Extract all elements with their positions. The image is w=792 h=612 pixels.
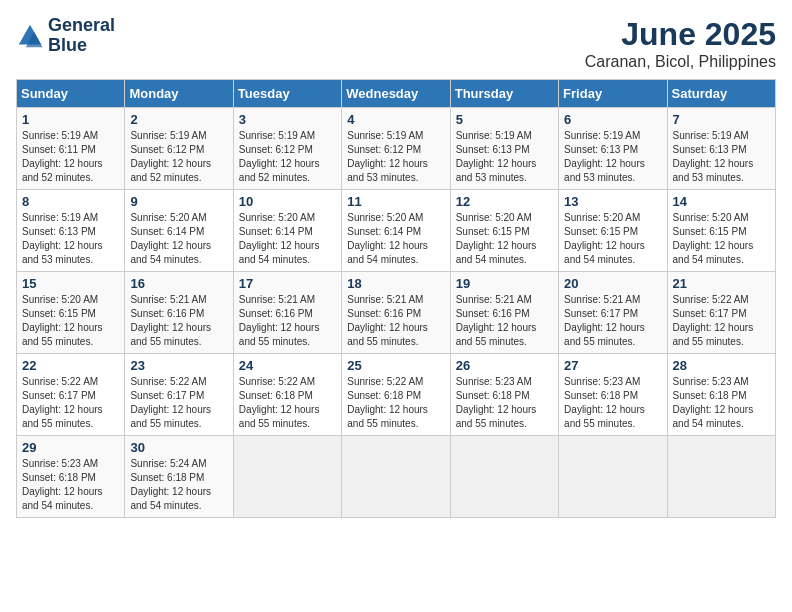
day-info: Sunrise: 5:23 AM Sunset: 6:18 PM Dayligh… (673, 375, 770, 431)
day-cell: 13Sunrise: 5:20 AM Sunset: 6:15 PM Dayli… (559, 190, 667, 272)
day-info: Sunrise: 5:19 AM Sunset: 6:12 PM Dayligh… (347, 129, 444, 185)
day-number: 29 (22, 440, 119, 455)
day-cell: 19Sunrise: 5:21 AM Sunset: 6:16 PM Dayli… (450, 272, 558, 354)
day-cell: 24Sunrise: 5:22 AM Sunset: 6:18 PM Dayli… (233, 354, 341, 436)
day-number: 23 (130, 358, 227, 373)
day-cell: 16Sunrise: 5:21 AM Sunset: 6:16 PM Dayli… (125, 272, 233, 354)
day-cell: 3Sunrise: 5:19 AM Sunset: 6:12 PM Daylig… (233, 108, 341, 190)
day-cell: 7Sunrise: 5:19 AM Sunset: 6:13 PM Daylig… (667, 108, 775, 190)
day-cell: 4Sunrise: 5:19 AM Sunset: 6:12 PM Daylig… (342, 108, 450, 190)
day-number: 7 (673, 112, 770, 127)
logo-icon (16, 22, 44, 50)
day-number: 25 (347, 358, 444, 373)
day-number: 8 (22, 194, 119, 209)
day-cell: 27Sunrise: 5:23 AM Sunset: 6:18 PM Dayli… (559, 354, 667, 436)
day-number: 28 (673, 358, 770, 373)
day-info: Sunrise: 5:23 AM Sunset: 6:18 PM Dayligh… (456, 375, 553, 431)
day-info: Sunrise: 5:20 AM Sunset: 6:15 PM Dayligh… (456, 211, 553, 267)
day-cell: 21Sunrise: 5:22 AM Sunset: 6:17 PM Dayli… (667, 272, 775, 354)
day-number: 10 (239, 194, 336, 209)
day-info: Sunrise: 5:20 AM Sunset: 6:15 PM Dayligh… (564, 211, 661, 267)
day-number: 24 (239, 358, 336, 373)
day-number: 3 (239, 112, 336, 127)
day-number: 20 (564, 276, 661, 291)
day-info: Sunrise: 5:23 AM Sunset: 6:18 PM Dayligh… (22, 457, 119, 513)
day-number: 30 (130, 440, 227, 455)
day-cell: 28Sunrise: 5:23 AM Sunset: 6:18 PM Dayli… (667, 354, 775, 436)
day-cell: 18Sunrise: 5:21 AM Sunset: 6:16 PM Dayli… (342, 272, 450, 354)
day-info: Sunrise: 5:22 AM Sunset: 6:17 PM Dayligh… (22, 375, 119, 431)
day-number: 21 (673, 276, 770, 291)
day-number: 14 (673, 194, 770, 209)
day-info: Sunrise: 5:20 AM Sunset: 6:14 PM Dayligh… (239, 211, 336, 267)
day-cell (342, 436, 450, 518)
day-cell (450, 436, 558, 518)
day-cell: 11Sunrise: 5:20 AM Sunset: 6:14 PM Dayli… (342, 190, 450, 272)
col-header-wednesday: Wednesday (342, 80, 450, 108)
day-cell (559, 436, 667, 518)
day-info: Sunrise: 5:21 AM Sunset: 6:16 PM Dayligh… (130, 293, 227, 349)
day-number: 26 (456, 358, 553, 373)
col-header-sunday: Sunday (17, 80, 125, 108)
logo-text: General Blue (48, 16, 115, 56)
day-cell: 23Sunrise: 5:22 AM Sunset: 6:17 PM Dayli… (125, 354, 233, 436)
day-info: Sunrise: 5:20 AM Sunset: 6:15 PM Dayligh… (673, 211, 770, 267)
day-cell: 5Sunrise: 5:19 AM Sunset: 6:13 PM Daylig… (450, 108, 558, 190)
day-number: 22 (22, 358, 119, 373)
day-cell: 17Sunrise: 5:21 AM Sunset: 6:16 PM Dayli… (233, 272, 341, 354)
day-cell: 2Sunrise: 5:19 AM Sunset: 6:12 PM Daylig… (125, 108, 233, 190)
day-info: Sunrise: 5:22 AM Sunset: 6:18 PM Dayligh… (347, 375, 444, 431)
day-info: Sunrise: 5:21 AM Sunset: 6:16 PM Dayligh… (347, 293, 444, 349)
day-info: Sunrise: 5:22 AM Sunset: 6:18 PM Dayligh… (239, 375, 336, 431)
day-number: 11 (347, 194, 444, 209)
location-title: Caranan, Bicol, Philippines (585, 53, 776, 71)
col-header-tuesday: Tuesday (233, 80, 341, 108)
week-row-3: 22Sunrise: 5:22 AM Sunset: 6:17 PM Dayli… (17, 354, 776, 436)
day-number: 1 (22, 112, 119, 127)
title-area: June 2025 Caranan, Bicol, Philippines (585, 16, 776, 71)
day-cell: 6Sunrise: 5:19 AM Sunset: 6:13 PM Daylig… (559, 108, 667, 190)
col-header-thursday: Thursday (450, 80, 558, 108)
day-cell (667, 436, 775, 518)
day-number: 18 (347, 276, 444, 291)
day-number: 19 (456, 276, 553, 291)
day-number: 27 (564, 358, 661, 373)
day-cell: 29Sunrise: 5:23 AM Sunset: 6:18 PM Dayli… (17, 436, 125, 518)
day-number: 2 (130, 112, 227, 127)
day-cell: 12Sunrise: 5:20 AM Sunset: 6:15 PM Dayli… (450, 190, 558, 272)
day-cell: 15Sunrise: 5:20 AM Sunset: 6:15 PM Dayli… (17, 272, 125, 354)
day-info: Sunrise: 5:19 AM Sunset: 6:12 PM Dayligh… (130, 129, 227, 185)
day-info: Sunrise: 5:21 AM Sunset: 6:16 PM Dayligh… (456, 293, 553, 349)
day-info: Sunrise: 5:20 AM Sunset: 6:14 PM Dayligh… (130, 211, 227, 267)
day-info: Sunrise: 5:19 AM Sunset: 6:13 PM Dayligh… (456, 129, 553, 185)
day-info: Sunrise: 5:19 AM Sunset: 6:13 PM Dayligh… (22, 211, 119, 267)
day-info: Sunrise: 5:21 AM Sunset: 6:16 PM Dayligh… (239, 293, 336, 349)
day-number: 15 (22, 276, 119, 291)
day-cell: 10Sunrise: 5:20 AM Sunset: 6:14 PM Dayli… (233, 190, 341, 272)
day-number: 5 (456, 112, 553, 127)
day-info: Sunrise: 5:21 AM Sunset: 6:17 PM Dayligh… (564, 293, 661, 349)
week-row-4: 29Sunrise: 5:23 AM Sunset: 6:18 PM Dayli… (17, 436, 776, 518)
day-cell: 26Sunrise: 5:23 AM Sunset: 6:18 PM Dayli… (450, 354, 558, 436)
day-info: Sunrise: 5:19 AM Sunset: 6:13 PM Dayligh… (673, 129, 770, 185)
calendar-table: SundayMondayTuesdayWednesdayThursdayFrid… (16, 79, 776, 518)
day-cell: 25Sunrise: 5:22 AM Sunset: 6:18 PM Dayli… (342, 354, 450, 436)
week-row-2: 15Sunrise: 5:20 AM Sunset: 6:15 PM Dayli… (17, 272, 776, 354)
header: General Blue June 2025 Caranan, Bicol, P… (16, 16, 776, 71)
day-number: 4 (347, 112, 444, 127)
week-row-0: 1Sunrise: 5:19 AM Sunset: 6:11 PM Daylig… (17, 108, 776, 190)
day-info: Sunrise: 5:20 AM Sunset: 6:15 PM Dayligh… (22, 293, 119, 349)
week-row-1: 8Sunrise: 5:19 AM Sunset: 6:13 PM Daylig… (17, 190, 776, 272)
day-info: Sunrise: 5:23 AM Sunset: 6:18 PM Dayligh… (564, 375, 661, 431)
day-cell: 14Sunrise: 5:20 AM Sunset: 6:15 PM Dayli… (667, 190, 775, 272)
day-cell: 8Sunrise: 5:19 AM Sunset: 6:13 PM Daylig… (17, 190, 125, 272)
day-cell: 1Sunrise: 5:19 AM Sunset: 6:11 PM Daylig… (17, 108, 125, 190)
day-cell (233, 436, 341, 518)
day-info: Sunrise: 5:22 AM Sunset: 6:17 PM Dayligh… (673, 293, 770, 349)
day-cell: 30Sunrise: 5:24 AM Sunset: 6:18 PM Dayli… (125, 436, 233, 518)
logo: General Blue (16, 16, 115, 56)
day-cell: 22Sunrise: 5:22 AM Sunset: 6:17 PM Dayli… (17, 354, 125, 436)
day-info: Sunrise: 5:24 AM Sunset: 6:18 PM Dayligh… (130, 457, 227, 513)
header-row: SundayMondayTuesdayWednesdayThursdayFrid… (17, 80, 776, 108)
day-number: 17 (239, 276, 336, 291)
